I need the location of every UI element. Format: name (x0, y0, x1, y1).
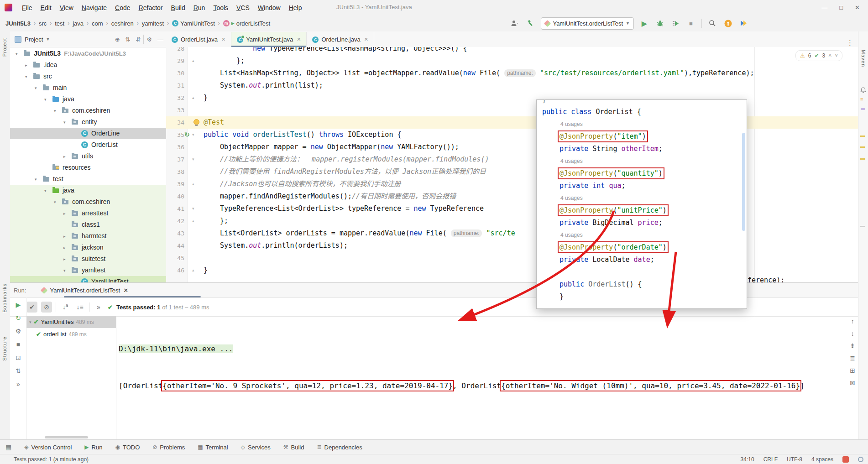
test-node-YamlUnitTes[interactable]: ▾✔YamlUnitTes489 ms (26, 316, 116, 328)
stop-icon[interactable]: ■ (16, 341, 20, 348)
breadcrumb-item-YamlUnitTest[interactable]: CYamlUnitTest (171, 20, 216, 27)
horizontal-scrollbar[interactable] (45, 436, 88, 438)
breadcrumb-item-java[interactable]: java (72, 20, 84, 27)
breadcrumb-item-JUnit5L3[interactable]: JUnit5L3 (5, 20, 31, 27)
show-ignored-toggle[interactable]: ⊘ (41, 302, 52, 313)
collapse-panel-icon[interactable]: » (16, 381, 20, 388)
sort-alphabetically-icon[interactable]: ↓ª (60, 302, 71, 313)
error-stripe-warning[interactable] (860, 136, 865, 137)
tree-item-suitetest[interactable]: ▸suitetest (10, 253, 166, 265)
menu-item-vcs[interactable]: VCS (232, 0, 254, 15)
scroll-track-icon[interactable]: ⇅ (16, 367, 21, 375)
tab-options-icon[interactable]: ⋮ (847, 39, 858, 47)
chevron-collapsed-icon[interactable]: ▸ (63, 245, 66, 250)
close-icon[interactable]: ✕ (221, 36, 225, 42)
chevron-expanded-icon[interactable]: ▾ (25, 74, 27, 79)
status-message[interactable]: Tests passed: 1 (a minute ago) (0, 456, 89, 463)
tool-stripe-structure[interactable]: Structure (2, 336, 7, 361)
up-icon[interactable]: ↑ (851, 318, 854, 325)
test-node-orderList[interactable]: ✔orderList489 ms (26, 328, 116, 340)
menu-item-file[interactable]: File (18, 0, 37, 15)
tab-OrderList.java[interactable]: COrderList.java✕ (166, 32, 231, 47)
read-lock-icon[interactable] (858, 457, 863, 462)
chevron-expanded-icon[interactable]: ▾ (63, 268, 66, 273)
soft-wrap-icon[interactable]: ≣ (850, 355, 855, 362)
test-settings-icon[interactable]: ⚙ (16, 328, 21, 335)
tab-YamlUnitTest.java[interactable]: CYamlUnitTest.java✕ (231, 32, 307, 47)
close-icon[interactable]: ✕ (123, 287, 128, 294)
toolbar-item-problems[interactable]: ⊘Problems (152, 444, 185, 451)
chevron-collapsed-icon[interactable]: ▸ (63, 211, 66, 216)
project-view-selector[interactable]: Project (25, 36, 43, 43)
tree-item-.idea[interactable]: ▸.idea (10, 59, 166, 71)
run-button[interactable]: ▶ (639, 18, 649, 28)
editor[interactable]: 28new TypeReference<List<HashMap<String,… (166, 47, 858, 282)
chevron-collapsed-icon[interactable]: ▸ (63, 234, 66, 239)
fold-marker[interactable]: ▴ (192, 215, 194, 227)
chevron-expanded-icon[interactable]: ▾ (35, 86, 37, 90)
tree-item-YamlUnitTest[interactable]: CYamlUnitTest (10, 276, 166, 282)
error-stripe-mark[interactable] (860, 226, 865, 227)
expand-all-icon[interactable]: ⇅ (125, 36, 131, 43)
tree-item-yamltest[interactable]: ▾yamltest (10, 265, 166, 276)
clear-icon[interactable]: ⊠ (850, 379, 855, 386)
tree-item-OrderList[interactable]: COrderList (10, 139, 166, 151)
tool-stripe-maven[interactable]: Maven (861, 50, 866, 67)
toolbar-item-run[interactable]: ▶Run (84, 444, 102, 451)
chevron-expanded-icon[interactable]: ▾ (44, 188, 47, 193)
fold-marker[interactable]: ▾ (192, 203, 194, 215)
tool-stripe-project[interactable]: Project (2, 38, 7, 57)
error-stripe-warning[interactable] (860, 146, 865, 148)
window-close-button[interactable]: ✕ (855, 4, 860, 11)
collapse-all-icon[interactable]: ⇵ (136, 36, 141, 43)
ide-features-icon[interactable] (738, 18, 748, 28)
tree-item-com.ceshiren[interactable]: ▾com.ceshiren (10, 105, 166, 116)
file-encoding[interactable]: UTF-8 (787, 456, 802, 463)
tree-item-entity[interactable]: ▾entity (10, 116, 166, 128)
tree-item-resources[interactable]: resources (10, 162, 166, 173)
tree-item-java[interactable]: ▾java (10, 94, 166, 105)
menu-item-edit[interactable]: Edit (37, 0, 56, 15)
down-icon[interactable]: ↓ (851, 330, 854, 337)
sort-by-duration-icon[interactable]: ↓≡ (74, 302, 85, 313)
chevron-collapsed-icon[interactable]: ▸ (63, 154, 66, 159)
caret-position[interactable]: 34:10 (741, 456, 754, 463)
tool-window-switcher-icon[interactable]: ▦ (5, 443, 11, 451)
intention-bulb-icon[interactable] (193, 119, 199, 125)
menu-item-code[interactable]: Code (111, 0, 134, 15)
menu-item-build[interactable]: Build (167, 0, 189, 15)
tree-item-src[interactable]: ▾src (10, 71, 166, 82)
menu-item-navigate[interactable]: Navigate (78, 0, 111, 15)
tree-item-class1[interactable]: class1 (10, 219, 166, 230)
chevron-expanded-icon[interactable]: ▾ (63, 120, 66, 125)
gear-icon[interactable]: ⚙ (146, 36, 152, 43)
error-stripe-warning[interactable] (860, 158, 865, 160)
fold-marker[interactable]: ▾ (192, 129, 194, 141)
indent-style[interactable]: 4 spaces (811, 456, 833, 463)
import-results-icon[interactable]: ⊡ (16, 354, 21, 361)
breadcrumb-item-src[interactable]: src (38, 20, 47, 27)
window-maximize-button[interactable]: □ (839, 4, 843, 11)
search-everywhere-icon[interactable] (707, 18, 717, 28)
breadcrumb-item-yamltest[interactable]: yamltest (141, 20, 165, 27)
menu-item-run[interactable]: Run (189, 0, 209, 15)
tree-item-jackson[interactable]: ▸jackson (10, 242, 166, 253)
chevron-collapsed-icon[interactable]: ▸ (25, 63, 27, 68)
event-log-icon[interactable]: ≡ (860, 96, 863, 102)
menu-item-help[interactable]: Help (285, 0, 306, 15)
more-actions-icon[interactable]: » (93, 302, 104, 313)
menu-item-refactor[interactable]: Refactor (135, 0, 167, 15)
tab-OrderLine.java[interactable]: COrderLine.java✕ (307, 32, 374, 47)
run-with-coverage-button[interactable] (670, 18, 680, 28)
fold-marker[interactable]: ▴ (192, 55, 194, 67)
show-passed-toggle[interactable]: ✔ (26, 302, 37, 313)
menu-item-tools[interactable]: Tools (209, 0, 232, 15)
user-account-icon[interactable] (510, 18, 520, 28)
close-icon[interactable]: ✕ (297, 36, 301, 42)
line-separator[interactable]: CRLF (763, 456, 778, 463)
toolbar-item-todo[interactable]: ◉TODO (115, 444, 140, 451)
chevron-expanded-icon[interactable]: ▾ (54, 109, 56, 113)
run-configuration-select[interactable]: YamlUnitTest.orderListTest ▼ (541, 17, 634, 30)
toolbar-item-build[interactable]: ⚒Build (283, 444, 304, 451)
build-hammer-icon[interactable] (525, 18, 535, 28)
